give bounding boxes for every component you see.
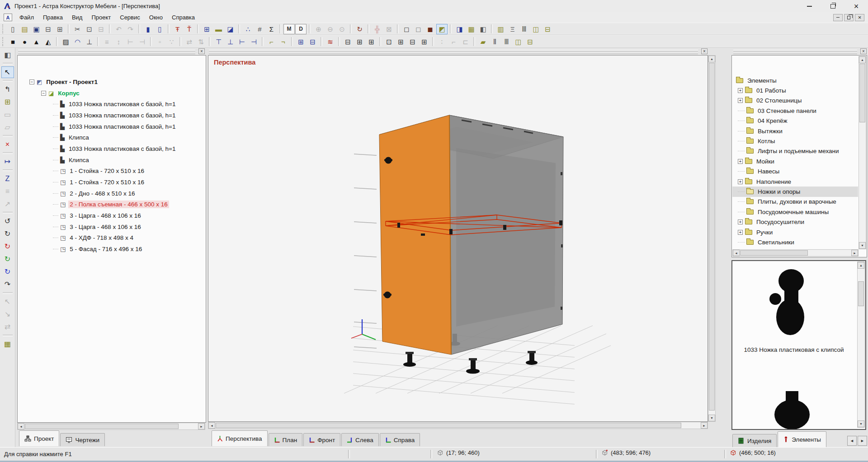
door-alt-button[interactable]: ◫ (513, 37, 524, 47)
scroll-left-icon[interactable]: ◄ (208, 422, 215, 429)
cabinet-button[interactable]: ⊟ (542, 24, 553, 34)
grid-cells-button[interactable]: ⊞ (366, 37, 377, 47)
view-solid-button[interactable]: ◼ (425, 24, 436, 34)
folder-item[interactable]: Навесы (732, 167, 858, 177)
folder-item[interactable]: Вытяжки (732, 126, 858, 136)
align-middle-button[interactable]: ↕ (113, 37, 124, 47)
scroll-up-icon[interactable]: ▲ (708, 56, 715, 62)
3d-canvas[interactable]: Перспектива (208, 55, 708, 422)
panel-editor-alt-button[interactable]: ▯ (154, 24, 165, 34)
orbit-button[interactable]: ↻ (354, 24, 365, 34)
scrollbar-thumb[interactable] (709, 63, 715, 411)
align-top-button[interactable]: ⊤ (213, 37, 224, 47)
delete-button[interactable]: × (1, 139, 14, 150)
view-tab-1[interactable]: Перспектива (212, 430, 268, 446)
tree-item[interactable]: ▙1033 Ножка пластиковая с базой, h=1 (18, 98, 206, 110)
numbering-button[interactable]: ≡ (1, 186, 14, 197)
tree-item[interactable]: −◩Проект - Проект1 (18, 76, 206, 88)
scrollbar-thumb[interactable] (858, 281, 864, 306)
folder-item[interactable]: +Посудосушители (732, 217, 858, 227)
new-file-button[interactable]: ▯ (7, 24, 19, 34)
view-tab-4[interactable]: Слева (341, 433, 379, 446)
close-project-panel-button[interactable]: × (198, 48, 205, 54)
rotate-select-button[interactable]: ↰ (1, 84, 14, 95)
expand-toggle[interactable]: + (738, 230, 743, 235)
border-h-button[interactable]: ⊟ (407, 37, 418, 47)
transform-b-button[interactable]: ↘ (1, 308, 14, 320)
erase-part-button[interactable]: ⊠ (383, 24, 395, 34)
measure-button[interactable]: ↗ (1, 198, 14, 210)
fitting-button[interactable]: Ŧ (172, 24, 183, 34)
elements-hscrollbar[interactable]: ◄ ► (732, 249, 859, 257)
align-bottom-button[interactable]: ⊥ (225, 37, 236, 47)
viewport-hscrollbar[interactable]: ◄ ► (208, 422, 708, 429)
stretch-h-button[interactable]: ⇄ (184, 37, 195, 47)
align-to-right-button[interactable]: ⊣ (248, 37, 259, 47)
primitive-box-button[interactable]: ■ (7, 37, 19, 47)
view-textured-button[interactable]: ◩ (436, 24, 448, 34)
stretch-v-button[interactable]: ⇅ (195, 37, 207, 47)
fit-width-button[interactable]: ↦ (1, 156, 14, 168)
align-right-edge-button[interactable]: ⊣ (137, 37, 148, 47)
folder-item[interactable]: Светильники (732, 237, 858, 247)
scroll-down-icon[interactable]: ▼ (859, 242, 866, 249)
folder-item[interactable]: Ножки и опоры (732, 187, 858, 196)
view-tab-2[interactable]: План (269, 433, 303, 446)
primitive-cone-button[interactable]: ▲ (31, 37, 42, 47)
redo-button[interactable]: ↷ (125, 24, 136, 34)
tree-item[interactable]: ▙1033 Ножка пластиковая с базой, h=1 (18, 110, 206, 121)
grid-rows-button[interactable]: ⊟ (342, 37, 354, 47)
close-viewport-button[interactable]: × (701, 48, 708, 54)
plumb-button[interactable]: ⊥ (84, 37, 95, 47)
rotate-cw-button[interactable]: ↻ (1, 228, 14, 240)
menu-item-1[interactable]: Файл (15, 13, 38, 22)
mdi-close-button[interactable]: × (855, 14, 864, 21)
misc-b-button[interactable]: ⌐ (448, 37, 459, 47)
scroll-up-icon[interactable]: ▲ (858, 262, 864, 269)
toolbar-grip[interactable] (2, 37, 5, 46)
tree-item[interactable]: ▙1033 Ножка пластиковая с базой, h=1 (18, 143, 206, 154)
move-part-button[interactable]: ╬ (372, 24, 383, 34)
rotate-ccw-button[interactable]: ↺ (1, 215, 14, 227)
tree-item[interactable]: ◳5 - Фасад - 716 x 496 x 16 (18, 243, 206, 255)
folder-item[interactable]: 04 Крепёж (732, 116, 858, 126)
menu-item-6[interactable]: Окно (145, 13, 167, 22)
view-mode-button[interactable]: ◧ (1, 49, 14, 61)
menu-item-7[interactable]: Справка (167, 13, 199, 22)
corner-panel-button[interactable]: ◪ (225, 24, 236, 34)
close-elements-panel-button[interactable]: × (860, 48, 867, 54)
scroll-right-icon[interactable]: ► (701, 422, 708, 429)
order-button[interactable]: ∵ (166, 37, 177, 47)
paste-button[interactable]: ⊟ (95, 24, 107, 34)
menu-item-5[interactable]: Сервис (115, 13, 145, 22)
facade-button[interactable]: ▰ (477, 37, 489, 47)
materials-button[interactable]: ▥ (495, 24, 506, 34)
folder-item[interactable]: Посудомоечные машины (732, 207, 858, 217)
view-blue-button[interactable]: ◨ (454, 24, 465, 34)
folder-item[interactable]: +Ручки (732, 227, 858, 237)
elements-panel-tab-1[interactable]: Изделия (732, 434, 777, 447)
table-button[interactable]: ⊞ (201, 24, 212, 34)
zoom-out-button[interactable]: ⊖ (325, 24, 336, 34)
panel-editor-button[interactable]: ▮ (142, 24, 154, 34)
scrollbar-thumb[interactable] (25, 424, 179, 429)
menu-item-2[interactable]: Правка (38, 13, 67, 22)
grid-cols-button[interactable]: ⊞ (354, 37, 365, 47)
tree-item[interactable]: ◳3 - Царга - 468 x 106 x 16 (18, 210, 206, 221)
tree-item[interactable]: ◳2 - Полка съемная - 466 x 500 x 16 (18, 199, 206, 210)
tree-item[interactable]: ◳1 - Стойка - 720 x 510 x 16 (18, 166, 206, 177)
expand-toggle[interactable]: − (29, 79, 34, 84)
fillet-button[interactable]: ◠ (72, 37, 83, 47)
undo-button[interactable]: ↶ (113, 24, 124, 34)
minimize-button[interactable] (797, 0, 821, 12)
tree-item[interactable]: ◳2 - Дно - 468 x 510 x 16 (18, 188, 206, 199)
add-fragment-button[interactable]: ⊞ (1, 96, 14, 108)
expand-toggle[interactable]: + (738, 98, 743, 103)
elements-vscrollbar[interactable]: ▲ ▼ (859, 56, 866, 249)
project-hscrollbar[interactable]: ◄ ► (17, 423, 205, 430)
scroll-right-icon[interactable]: ► (198, 423, 205, 429)
fittings-group-button[interactable]: Ť (184, 24, 195, 34)
mdi-minimize-button[interactable] (833, 14, 843, 21)
sum-button[interactable]: Σ (266, 24, 277, 34)
view-edges-button[interactable]: ▦ (466, 24, 477, 34)
